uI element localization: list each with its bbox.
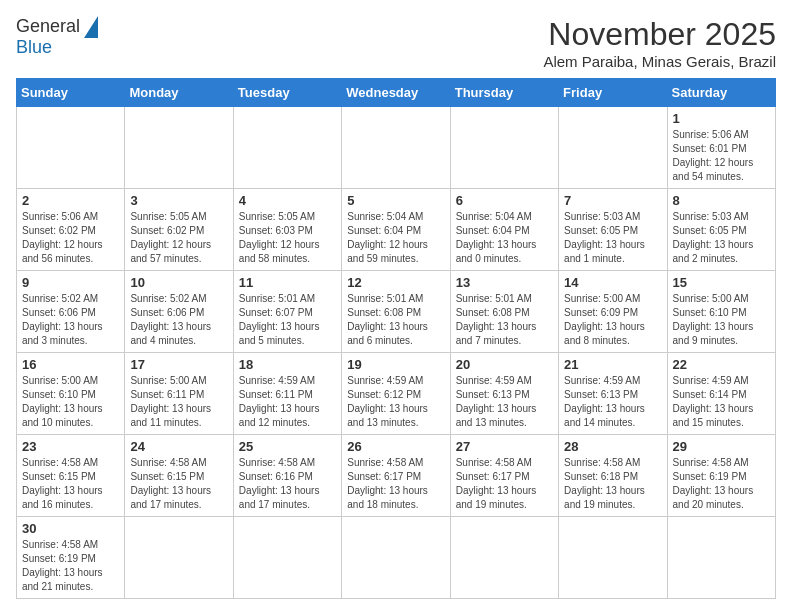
- day-info: Sunrise: 5:06 AM Sunset: 6:02 PM Dayligh…: [22, 210, 119, 266]
- calendar-cell: [342, 107, 450, 189]
- calendar-cell: 18Sunrise: 4:59 AM Sunset: 6:11 PM Dayli…: [233, 353, 341, 435]
- col-saturday: Saturday: [667, 79, 775, 107]
- calendar-cell: 1Sunrise: 5:06 AM Sunset: 6:01 PM Daylig…: [667, 107, 775, 189]
- day-info: Sunrise: 4:58 AM Sunset: 6:17 PM Dayligh…: [347, 456, 444, 512]
- day-number: 3: [130, 193, 227, 208]
- day-number: 24: [130, 439, 227, 454]
- day-number: 28: [564, 439, 661, 454]
- day-number: 11: [239, 275, 336, 290]
- page-header: General Blue November 2025 Alem Paraiba,…: [16, 16, 776, 70]
- day-info: Sunrise: 4:58 AM Sunset: 6:15 PM Dayligh…: [130, 456, 227, 512]
- col-wednesday: Wednesday: [342, 79, 450, 107]
- day-info: Sunrise: 4:58 AM Sunset: 6:18 PM Dayligh…: [564, 456, 661, 512]
- day-number: 5: [347, 193, 444, 208]
- col-thursday: Thursday: [450, 79, 558, 107]
- calendar-cell: [559, 517, 667, 599]
- calendar-cell: 20Sunrise: 4:59 AM Sunset: 6:13 PM Dayli…: [450, 353, 558, 435]
- day-info: Sunrise: 4:59 AM Sunset: 6:11 PM Dayligh…: [239, 374, 336, 430]
- calendar-cell: [17, 107, 125, 189]
- day-info: Sunrise: 5:01 AM Sunset: 6:08 PM Dayligh…: [456, 292, 553, 348]
- day-number: 15: [673, 275, 770, 290]
- day-info: Sunrise: 4:58 AM Sunset: 6:16 PM Dayligh…: [239, 456, 336, 512]
- day-info: Sunrise: 5:02 AM Sunset: 6:06 PM Dayligh…: [22, 292, 119, 348]
- day-info: Sunrise: 5:00 AM Sunset: 6:10 PM Dayligh…: [673, 292, 770, 348]
- col-tuesday: Tuesday: [233, 79, 341, 107]
- calendar-title: November 2025: [543, 16, 776, 53]
- calendar-cell: 13Sunrise: 5:01 AM Sunset: 6:08 PM Dayli…: [450, 271, 558, 353]
- calendar-cell: 4Sunrise: 5:05 AM Sunset: 6:03 PM Daylig…: [233, 189, 341, 271]
- day-info: Sunrise: 5:01 AM Sunset: 6:07 PM Dayligh…: [239, 292, 336, 348]
- day-number: 7: [564, 193, 661, 208]
- day-info: Sunrise: 4:59 AM Sunset: 6:14 PM Dayligh…: [673, 374, 770, 430]
- calendar-cell: 23Sunrise: 4:58 AM Sunset: 6:15 PM Dayli…: [17, 435, 125, 517]
- day-info: Sunrise: 5:05 AM Sunset: 6:02 PM Dayligh…: [130, 210, 227, 266]
- logo-text-general: General: [16, 17, 80, 37]
- title-section: November 2025 Alem Paraiba, Minas Gerais…: [543, 16, 776, 70]
- calendar-cell: [233, 107, 341, 189]
- day-number: 10: [130, 275, 227, 290]
- day-number: 22: [673, 357, 770, 372]
- calendar-week-row: 23Sunrise: 4:58 AM Sunset: 6:15 PM Dayli…: [17, 435, 776, 517]
- calendar-cell: 8Sunrise: 5:03 AM Sunset: 6:05 PM Daylig…: [667, 189, 775, 271]
- calendar-cell: 10Sunrise: 5:02 AM Sunset: 6:06 PM Dayli…: [125, 271, 233, 353]
- calendar-week-row: 1Sunrise: 5:06 AM Sunset: 6:01 PM Daylig…: [17, 107, 776, 189]
- calendar-cell: 14Sunrise: 5:00 AM Sunset: 6:09 PM Dayli…: [559, 271, 667, 353]
- day-info: Sunrise: 5:02 AM Sunset: 6:06 PM Dayligh…: [130, 292, 227, 348]
- day-info: Sunrise: 5:01 AM Sunset: 6:08 PM Dayligh…: [347, 292, 444, 348]
- calendar-cell: 6Sunrise: 5:04 AM Sunset: 6:04 PM Daylig…: [450, 189, 558, 271]
- day-number: 13: [456, 275, 553, 290]
- day-info: Sunrise: 4:58 AM Sunset: 6:19 PM Dayligh…: [22, 538, 119, 594]
- day-info: Sunrise: 5:04 AM Sunset: 6:04 PM Dayligh…: [347, 210, 444, 266]
- day-number: 1: [673, 111, 770, 126]
- day-number: 20: [456, 357, 553, 372]
- calendar-cell: 15Sunrise: 5:00 AM Sunset: 6:10 PM Dayli…: [667, 271, 775, 353]
- day-info: Sunrise: 5:04 AM Sunset: 6:04 PM Dayligh…: [456, 210, 553, 266]
- day-info: Sunrise: 4:58 AM Sunset: 6:15 PM Dayligh…: [22, 456, 119, 512]
- calendar-cell: 2Sunrise: 5:06 AM Sunset: 6:02 PM Daylig…: [17, 189, 125, 271]
- day-number: 6: [456, 193, 553, 208]
- calendar-header-row: Sunday Monday Tuesday Wednesday Thursday…: [17, 79, 776, 107]
- day-number: 9: [22, 275, 119, 290]
- calendar-cell: [233, 517, 341, 599]
- col-monday: Monday: [125, 79, 233, 107]
- calendar-cell: [125, 107, 233, 189]
- day-number: 30: [22, 521, 119, 536]
- day-info: Sunrise: 5:00 AM Sunset: 6:09 PM Dayligh…: [564, 292, 661, 348]
- calendar-cell: 16Sunrise: 5:00 AM Sunset: 6:10 PM Dayli…: [17, 353, 125, 435]
- calendar-cell: [450, 517, 558, 599]
- calendar-cell: 25Sunrise: 4:58 AM Sunset: 6:16 PM Dayli…: [233, 435, 341, 517]
- day-info: Sunrise: 5:05 AM Sunset: 6:03 PM Dayligh…: [239, 210, 336, 266]
- calendar-week-row: 30Sunrise: 4:58 AM Sunset: 6:19 PM Dayli…: [17, 517, 776, 599]
- col-sunday: Sunday: [17, 79, 125, 107]
- calendar-cell: [667, 517, 775, 599]
- calendar-cell: 21Sunrise: 4:59 AM Sunset: 6:13 PM Dayli…: [559, 353, 667, 435]
- calendar-week-row: 2Sunrise: 5:06 AM Sunset: 6:02 PM Daylig…: [17, 189, 776, 271]
- day-number: 23: [22, 439, 119, 454]
- day-number: 12: [347, 275, 444, 290]
- day-number: 8: [673, 193, 770, 208]
- day-info: Sunrise: 5:00 AM Sunset: 6:11 PM Dayligh…: [130, 374, 227, 430]
- calendar-week-row: 9Sunrise: 5:02 AM Sunset: 6:06 PM Daylig…: [17, 271, 776, 353]
- day-info: Sunrise: 5:03 AM Sunset: 6:05 PM Dayligh…: [564, 210, 661, 266]
- day-info: Sunrise: 4:59 AM Sunset: 6:13 PM Dayligh…: [456, 374, 553, 430]
- calendar-cell: [559, 107, 667, 189]
- day-number: 27: [456, 439, 553, 454]
- day-info: Sunrise: 5:06 AM Sunset: 6:01 PM Dayligh…: [673, 128, 770, 184]
- logo-text-blue: Blue: [16, 37, 52, 57]
- day-number: 29: [673, 439, 770, 454]
- day-number: 17: [130, 357, 227, 372]
- calendar-cell: 5Sunrise: 5:04 AM Sunset: 6:04 PM Daylig…: [342, 189, 450, 271]
- day-number: 16: [22, 357, 119, 372]
- col-friday: Friday: [559, 79, 667, 107]
- day-info: Sunrise: 4:58 AM Sunset: 6:17 PM Dayligh…: [456, 456, 553, 512]
- calendar-table: Sunday Monday Tuesday Wednesday Thursday…: [16, 78, 776, 599]
- calendar-week-row: 16Sunrise: 5:00 AM Sunset: 6:10 PM Dayli…: [17, 353, 776, 435]
- day-number: 18: [239, 357, 336, 372]
- calendar-cell: 7Sunrise: 5:03 AM Sunset: 6:05 PM Daylig…: [559, 189, 667, 271]
- calendar-cell: 27Sunrise: 4:58 AM Sunset: 6:17 PM Dayli…: [450, 435, 558, 517]
- calendar-cell: 17Sunrise: 5:00 AM Sunset: 6:11 PM Dayli…: [125, 353, 233, 435]
- day-number: 25: [239, 439, 336, 454]
- day-info: Sunrise: 4:59 AM Sunset: 6:13 PM Dayligh…: [564, 374, 661, 430]
- calendar-cell: [450, 107, 558, 189]
- day-number: 19: [347, 357, 444, 372]
